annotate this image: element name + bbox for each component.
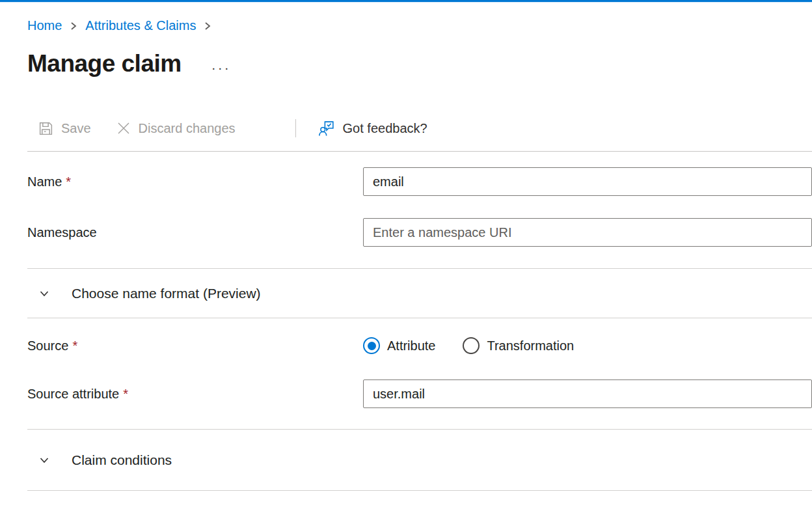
name-label-text: Name xyxy=(27,174,62,189)
name-field-label: Name* xyxy=(27,174,363,189)
required-asterisk: * xyxy=(66,174,71,189)
required-asterisk: * xyxy=(72,338,77,353)
save-icon xyxy=(38,120,54,137)
source-attribute-field-row: Source attribute* xyxy=(27,379,812,408)
claim-conditions-label: Claim conditions xyxy=(72,452,172,468)
name-field-row: Name* xyxy=(27,167,812,196)
choose-name-format-section-header[interactable]: Choose name format (Preview) xyxy=(27,269,812,318)
got-feedback-button[interactable]: Got feedback? xyxy=(318,120,427,137)
save-button-label: Save xyxy=(61,121,91,136)
source-radio-attribute[interactable]: Attribute xyxy=(363,337,435,354)
chevron-right-icon xyxy=(69,20,78,32)
radio-attribute-label: Attribute xyxy=(387,338,435,353)
source-field-label: Source* xyxy=(27,338,363,353)
claim-conditions-section-header[interactable]: Claim conditions xyxy=(27,430,812,490)
source-radio-group: Attribute Transformation xyxy=(363,337,574,354)
feedback-person-icon xyxy=(318,120,336,137)
source-attribute-input[interactable] xyxy=(363,379,812,408)
source-attribute-label-text: Source attribute xyxy=(27,387,119,401)
page-title: Manage claim xyxy=(27,50,182,77)
section-divider xyxy=(27,490,812,491)
source-radio-transformation[interactable]: Transformation xyxy=(463,337,574,354)
name-input[interactable] xyxy=(363,167,812,196)
namespace-label-text: Namespace xyxy=(27,225,97,240)
choose-name-format-label: Choose name format (Preview) xyxy=(72,286,261,301)
namespace-input[interactable] xyxy=(363,218,812,247)
manage-claim-page: Home Attributes & Claims Manage claim ··… xyxy=(0,18,812,491)
toolbar-divider xyxy=(295,119,296,137)
chevron-right-icon xyxy=(203,20,212,32)
title-row: Manage claim ··· xyxy=(27,50,812,77)
radio-selected-icon xyxy=(363,337,380,354)
radio-unselected-icon xyxy=(463,337,480,354)
more-options-button[interactable]: ··· xyxy=(211,61,231,74)
command-bar: Save Discard changes Got feedback? xyxy=(27,114,812,143)
required-asterisk: * xyxy=(123,387,128,401)
save-button[interactable]: Save xyxy=(38,120,91,137)
toolbar-bottom-divider xyxy=(27,151,812,152)
breadcrumb: Home Attributes & Claims xyxy=(27,18,812,33)
namespace-field-row: Namespace xyxy=(27,218,812,247)
section-divider xyxy=(27,318,812,318)
breadcrumb-link-attributes-claims[interactable]: Attributes & Claims xyxy=(85,18,196,33)
chevron-down-icon xyxy=(38,454,50,466)
source-field-row: Source* Attribute Transformation xyxy=(27,335,812,356)
dismiss-icon xyxy=(116,120,131,136)
discard-changes-label: Discard changes xyxy=(139,121,236,136)
got-feedback-label: Got feedback? xyxy=(343,121,427,136)
source-label-text: Source xyxy=(27,338,68,353)
radio-transformation-label: Transformation xyxy=(487,338,574,353)
source-attribute-field-label: Source attribute* xyxy=(27,387,363,402)
namespace-field-label: Namespace xyxy=(27,225,363,240)
chevron-down-icon xyxy=(38,288,50,299)
breadcrumb-link-home[interactable]: Home xyxy=(27,18,62,33)
top-accent-bar xyxy=(0,0,812,3)
discard-changes-button[interactable]: Discard changes xyxy=(116,120,236,136)
